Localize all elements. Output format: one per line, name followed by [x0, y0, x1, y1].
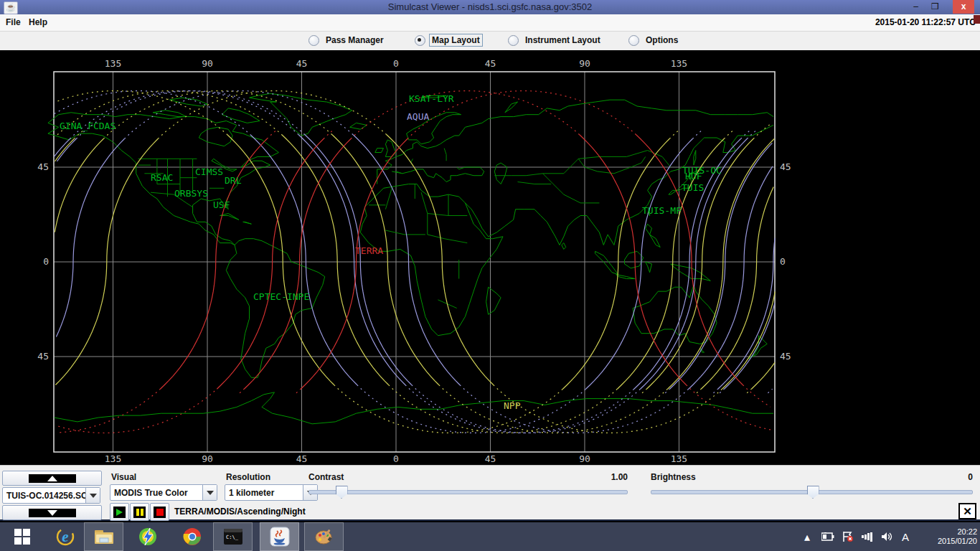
lightning-app-icon — [138, 527, 158, 547]
map-canvas[interactable]: 1351359090454500454590901351354545004545… — [0, 50, 980, 465]
menu-help[interactable]: Help — [26, 17, 50, 28]
maximize-button[interactable]: ❒ — [925, 0, 945, 14]
map-area[interactable]: 1351359090454500454590901351354545004545… — [0, 50, 980, 465]
svg-text:45: 45 — [780, 351, 791, 362]
pause-button[interactable] — [130, 503, 149, 521]
paint-icon — [314, 527, 334, 546]
svg-text:90: 90 — [579, 453, 590, 464]
taskbar-command-prompt[interactable]: C:\_ — [213, 522, 253, 551]
svg-text:90: 90 — [202, 453, 213, 464]
radio-label: Options — [644, 34, 680, 46]
internet-explorer-icon: e — [55, 526, 76, 547]
action-center-flag-icon[interactable] — [839, 522, 857, 551]
volume-icon[interactable] — [878, 522, 895, 551]
view-radio-pass-manager[interactable]: Pass Manager — [308, 34, 386, 47]
panel-close-button[interactable]: ✕ — [958, 503, 976, 519]
brightness-slider-thumb[interactable] — [807, 486, 819, 499]
contrast-label: Contrast — [308, 472, 344, 482]
contrast-slider-thumb[interactable] — [336, 486, 348, 499]
visual-select-dropdown[interactable] — [202, 485, 217, 500]
down-arrow-icon — [29, 509, 76, 517]
up-arrow-icon — [29, 474, 76, 483]
resolution-select[interactable]: 1 kilometer — [225, 484, 318, 501]
visual-select-value: MODIS True Color — [110, 488, 202, 498]
file-explorer-icon — [94, 528, 114, 545]
svg-text:HUF: HUF — [685, 171, 702, 182]
svg-text:e: e — [62, 528, 68, 545]
taskbar-lightning-app[interactable] — [129, 522, 166, 551]
title-bar: ☕ Simulcast Viewer - nisds1.sci.gsfc.nas… — [0, 0, 980, 14]
svg-text:0: 0 — [43, 256, 49, 267]
view-radio-options[interactable]: Options — [628, 34, 680, 47]
taskbar-internet-explorer[interactable]: e — [47, 522, 83, 551]
chrome-icon — [182, 527, 202, 547]
taskbar-java-simulcast[interactable] — [260, 522, 299, 551]
contrast-value: 1.00 — [556, 472, 628, 482]
svg-text:TUIS-MF: TUIS-MF — [642, 205, 682, 216]
control-panel: TUIS-OC.014256.SC Visual MODIS True Colo… — [0, 465, 980, 521]
taskbar-file-explorer[interactable] — [84, 522, 123, 551]
pass-select[interactable]: TUIS-OC.014256.SC — [2, 487, 100, 504]
tray-expand-caret[interactable]: ▴ — [801, 522, 814, 551]
pass-select-value: TUIS-OC.014256.SC — [3, 491, 85, 501]
svg-text:KSAT-LYR: KSAT-LYR — [409, 93, 454, 104]
taskbar-chrome[interactable] — [174, 522, 211, 551]
svg-text:135: 135 — [671, 58, 687, 69]
visual-label: Visual — [111, 472, 136, 482]
menu-file[interactable]: File — [3, 17, 24, 28]
svg-text:0: 0 — [393, 58, 399, 69]
chevron-down-icon — [207, 491, 214, 495]
play-button[interactable] — [110, 503, 129, 521]
network-signal-icon[interactable] — [858, 522, 877, 551]
java-icon — [270, 527, 290, 547]
menu-bar: File Help 2015-01-20 11:22:57 UTC — [0, 14, 980, 32]
svg-text:C:\_: C:\_ — [226, 534, 239, 540]
svg-text:135: 135 — [671, 453, 687, 464]
ime-language-indicator[interactable]: A — [897, 522, 914, 551]
pause-icon — [133, 507, 146, 518]
radio-icon — [415, 35, 425, 46]
stop-icon — [154, 507, 166, 518]
svg-text:45: 45 — [37, 161, 49, 172]
svg-text:GINA_FCDAS: GINA_FCDAS — [60, 121, 116, 131]
command-prompt-icon: C:\_ — [223, 528, 243, 545]
svg-text:45: 45 — [485, 453, 496, 464]
pass-down-button[interactable] — [2, 505, 102, 520]
windows-logo-icon — [14, 529, 30, 545]
view-radio-instrument-layout[interactable]: Instrument Layout — [508, 34, 603, 47]
svg-text:45: 45 — [780, 161, 791, 172]
svg-text:CIMSS: CIMSS — [195, 166, 223, 177]
taskbar: e C:\_ — [0, 522, 980, 551]
stop-button[interactable] — [150, 503, 169, 521]
battery-icon[interactable] — [819, 522, 837, 551]
close-button[interactable]: x — [953, 0, 974, 14]
radio-label: Pass Manager — [324, 34, 386, 46]
radio-label: Instrument Layout — [523, 34, 603, 46]
svg-text:DRL: DRL — [225, 175, 242, 186]
brightness-value: 0 — [901, 472, 973, 482]
minimize-button[interactable]: – — [906, 0, 925, 14]
pass-up-button[interactable] — [2, 471, 102, 486]
start-button[interactable] — [0, 522, 44, 551]
taskbar-clock[interactable]: 20:22 2015/01/20 — [930, 522, 977, 551]
pass-select-dropdown[interactable] — [85, 488, 100, 503]
visual-select[interactable]: MODIS True Color — [110, 484, 217, 501]
contrast-slider[interactable] — [308, 486, 628, 497]
svg-text:TERRA: TERRA — [355, 245, 383, 256]
resolution-label: Resolution — [226, 472, 270, 482]
view-radio-map-layout[interactable]: Map Layout — [415, 34, 482, 47]
utc-timestamp: 2015-01-20 11:22:57 UTC — [875, 17, 976, 27]
svg-text:135: 135 — [105, 58, 121, 69]
contrast-slider-track[interactable] — [308, 490, 628, 494]
window-edge-artifact — [974, 15, 980, 24]
view-switcher: Pass ManagerMap LayoutInstrument LayoutO… — [0, 32, 980, 50]
window-title: Simulcast Viewer - nisds1.sci.gsfc.nasa.… — [0, 1, 980, 12]
taskbar-paint[interactable] — [304, 522, 344, 551]
play-icon — [113, 507, 126, 518]
brightness-slider[interactable] — [651, 486, 973, 497]
svg-text:0: 0 — [780, 256, 786, 267]
pass-status-text: TERRA/MODIS/Ascending/Night — [174, 507, 306, 517]
svg-text:NPP: NPP — [504, 400, 521, 411]
svg-text:USF: USF — [213, 199, 230, 210]
chevron-down-icon — [90, 494, 97, 498]
